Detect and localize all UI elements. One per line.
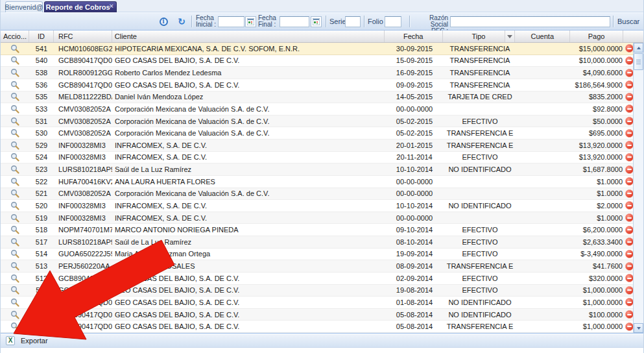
table-row[interactable]: 533 CMV03082052A Corporación Mexicana de… [1,103,634,116]
scrollbar-thumb[interactable] [634,53,643,70]
view-detail-magnifier-icon[interactable] [10,274,19,283]
scroll-down-button[interactable] [634,323,643,333]
view-detail-magnifier-icon[interactable] [10,117,19,126]
table-row[interactable]: 518 NOPM740701M75 MARCO ANTONIO NORIEGA … [1,224,634,236]
cell-rfc: CMV03082052A [54,103,112,115]
view-detail-magnifier-icon[interactable] [10,68,19,77]
table-row[interactable]: 529 INF000328MI3 INFRACOMEX, S.A. DE C.V… [1,140,634,152]
column-header-acciones[interactable]: Accio... [1,30,29,42]
view-detail-magnifier-icon[interactable] [10,141,19,150]
cell-cliente: GEO CASAS DEL BAJIO, S.A. DE C.V. [112,273,385,284]
view-detail-magnifier-icon[interactable] [10,249,19,258]
app-window: Bienvenid@ Reporte de Cobros × i ↻ Fecha… [0,0,644,353]
cell-pago: $92.8000 [571,103,625,115]
table-row[interactable]: 502 GCB890417QD0 GEO CASAS DEL BAJIO, S.… [1,321,634,333]
excel-icon[interactable]: X [6,336,15,345]
cell-cuenta [516,188,571,200]
view-detail-magnifier-icon[interactable] [10,152,19,162]
cell-rfc: LURS810218AP9 [54,236,112,248]
view-detail-magnifier-icon[interactable] [10,128,19,138]
view-detail-magnifier-icon[interactable] [10,286,19,295]
table-row[interactable]: GCB890417QD0 GEO CASAS DEL BAJIO, S.A. D… [1,309,634,321]
view-detail-magnifier-icon[interactable] [10,44,19,53]
cell-cuenta [516,116,571,127]
column-header-fecha[interactable]: Fecha [385,30,443,42]
cell-tipo: TRANSFERENCIA [444,79,516,91]
tab-label: Reporte de Cobros [45,3,110,11]
razon-social-rfc-input[interactable] [450,16,610,27]
view-detail-magnifier-icon[interactable] [10,189,19,198]
exportar-button[interactable]: Exportar [21,337,48,345]
column-header-rfc[interactable]: RFC [54,30,112,42]
cell-id: 538 [29,67,54,79]
view-detail-magnifier-icon[interactable] [10,104,19,114]
table-row[interactable]: 538 ROLR800912GG3 Roberto Carlos Mendez … [1,67,634,79]
cell-pago: $695.0000 [571,127,625,139]
cell-fecha: 05-02-2015 [385,127,444,139]
view-detail-magnifier-icon[interactable] [10,201,19,210]
refresh-button[interactable]: ↻ [176,16,187,27]
column-header-pago[interactable]: Pago [570,30,623,42]
cell-cuenta [516,200,571,212]
info-button[interactable]: i [158,16,169,27]
column-header-tipo[interactable]: Tipo [443,30,516,42]
view-detail-magnifier-icon[interactable] [10,177,19,186]
table-row[interactable]: 524 INF000328MI3 INFRACOMEX, S.A. DE C.V… [1,152,634,164]
table-row[interactable]: 531 CMV03082052A Corporación Mexicana de… [1,116,634,128]
serie-input[interactable] [345,16,361,27]
fecha-inicial-input[interactable] [218,16,244,27]
tab-bienvenido[interactable]: Bienvenid@ [5,1,43,12]
cell-cliente: Maria Avelina Guzman Ortega [112,249,385,260]
view-detail-magnifier-icon[interactable] [10,213,19,223]
view-detail-magnifier-icon[interactable] [10,165,19,174]
column-header-cuenta[interactable]: Cuenta [515,30,570,42]
column-menu-trigger[interactable] [505,30,514,42]
cell-id: 512 [29,273,54,284]
cell-tipo: EFECTIVO [444,236,516,248]
table-row[interactable]: 519 INF000328MI3 INFRACOMEX, S.A. DE C.V… [1,212,634,225]
table-row[interactable]: 541 HCM010608EG2 HIPOTECARIA MEXICANA, S… [1,43,634,55]
buscar-button[interactable]: Buscar [615,16,641,27]
table-row[interactable]: 523 LURS810218AP9 Saúl de La Luz Ramírez… [1,164,634,176]
close-icon[interactable]: × [110,3,113,10]
column-header-cliente[interactable]: Cliente [112,30,385,42]
table-row[interactable]: 520 INF000328MI3 INFRACOMEX, S.A. DE C.V… [1,200,634,212]
table-row[interactable]: 514 GUOA650222J59 Maria Avelina Guzman O… [1,249,634,261]
table-row[interactable]: 530 CMV03082052A Corporación Mexicana de… [1,127,634,140]
column-header-id[interactable]: ID [29,30,54,42]
table-row[interactable]: 521 CMV03082052A Corporación Mexicana de… [1,188,634,201]
view-detail-magnifier-icon[interactable] [10,262,19,271]
table-row[interactable]: 513 PERJ560220AA JUAN PEREZ ROSALES 08-0… [1,260,634,273]
cell-tipo: NO IDENTIFICADO [444,200,516,212]
fecha-final-input[interactable] [280,16,309,27]
cell-cuenta [516,152,571,164]
view-detail-magnifier-icon[interactable] [10,80,19,90]
view-detail-magnifier-icon[interactable] [10,237,19,247]
table-row[interactable]: 512 GCB890417QD0 GEO CASAS DEL BAJIO, S.… [1,273,634,285]
vertical-scrollbar[interactable] [633,43,643,333]
fecha-inicial-calendar-button[interactable] [245,16,256,27]
table-row[interactable]: 517 LURS810218AP9 Saúl de La Luz Ramírez… [1,236,634,249]
view-detail-magnifier-icon[interactable] [10,92,19,101]
table-row[interactable]: 510 GCB890417QD0 GEO CASAS DEL BAJIO, S.… [1,297,634,309]
tab-reporte-de-cobros[interactable]: Reporte de Cobros × [44,1,117,12]
cell-tipo: EFECTIVO [444,224,516,236]
cell-id: 517 [29,236,54,248]
table-row[interactable]: 536 GCB890417QD0 GEO CASAS DEL BAJIO, S.… [1,79,634,91]
view-detail-magnifier-icon[interactable] [10,225,19,234]
table-row[interactable]: 535 MELD811222BDA Daniel Iván Mendoza Ló… [1,91,634,104]
view-detail-magnifier-icon[interactable] [10,56,19,65]
table-row[interactable]: 511 GCB890417QD0 GEO CASAS DEL BAJIO, S.… [1,285,634,297]
view-detail-magnifier-icon[interactable] [10,310,19,319]
scroll-up-button[interactable] [634,43,643,53]
cell-rfc: GCB890417QD0 [54,55,112,67]
cell-rfc: HUFA700416KV2 [54,176,112,188]
view-detail-magnifier-icon[interactable] [10,322,19,331]
fecha-final-calendar-button[interactable] [311,16,322,27]
cell-tipo: TRANSFERENCIA E [444,321,516,332]
view-detail-magnifier-icon[interactable] [10,298,19,307]
folio-input[interactable] [385,16,401,27]
table-row[interactable]: 522 HUFA700416KV2 ANA LAURA HUERTA FLORE… [1,176,634,188]
table-row[interactable]: 540 GCB890417QD0 GEO CASAS DEL BAJIO, S.… [1,55,634,67]
cell-rfc: GCB890417QD0 [54,273,112,284]
